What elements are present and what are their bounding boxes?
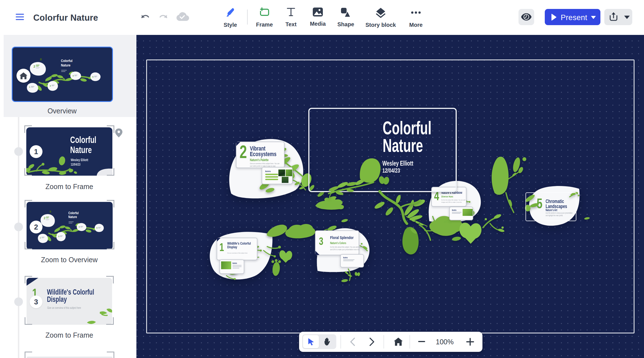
svg-text:5: 5 xyxy=(92,76,93,78)
svg-text:4: 4 xyxy=(79,226,80,228)
svg-text:Nature: Nature xyxy=(61,63,70,68)
svg-text:5: 5 xyxy=(96,227,98,229)
svg-text:1: 1 xyxy=(40,237,41,239)
svg-text:Colorful: Colorful xyxy=(68,211,79,215)
svg-text:2: 2 xyxy=(44,216,46,220)
svg-text:1: 1 xyxy=(29,86,30,89)
svg-text:3: 3 xyxy=(58,235,60,237)
svg-text:Nature: Nature xyxy=(68,215,77,219)
svg-text:2: 2 xyxy=(34,65,35,68)
svg-text:Colorful: Colorful xyxy=(61,59,72,63)
svg-text:3: 3 xyxy=(50,85,51,87)
